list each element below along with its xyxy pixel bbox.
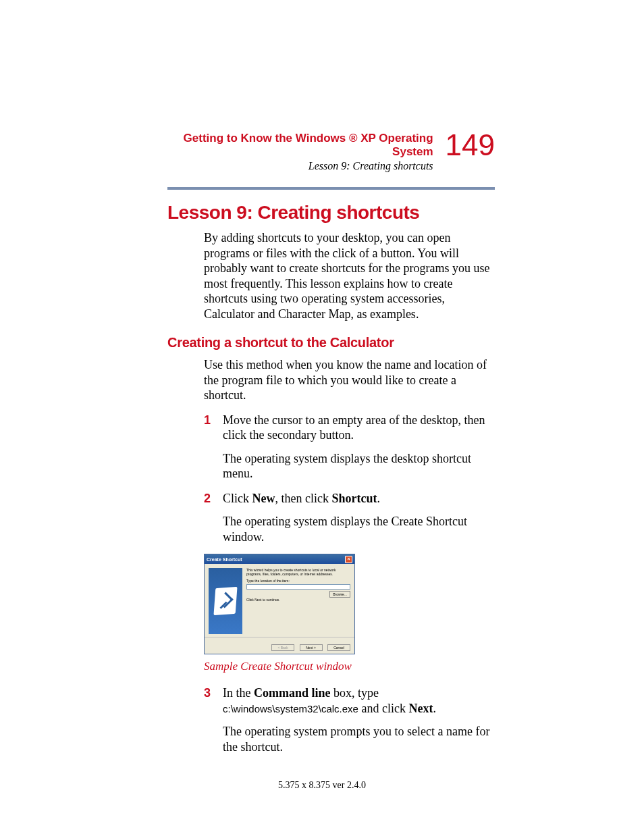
t: .: [433, 702, 436, 715]
header-rule: [167, 187, 495, 190]
heading-1: Lesson 9: Creating shortcuts: [167, 202, 495, 224]
dialog-right: This wizard helps you to create shortcut…: [242, 568, 350, 634]
t: , then click: [275, 492, 332, 505]
code: c:\windows\system32\calc.exe: [223, 703, 358, 714]
step-1-text: Move the cursor to an empty area of the …: [223, 413, 495, 443]
browse-button[interactable]: Browse...: [329, 591, 350, 598]
step-3-text: In the Command line box, type c:\windows…: [223, 685, 495, 716]
back-button: < Back: [271, 644, 294, 651]
step-number: 2: [204, 491, 223, 506]
dialog-hint: Click Next to continue.: [246, 598, 350, 602]
running-title: Getting to Know the Windows ® XP Operati…: [167, 132, 433, 159]
figure-caption: Sample Create Shortcut window: [204, 660, 495, 673]
shortcut-arrow-icon: [213, 587, 237, 615]
t: Click: [223, 492, 252, 505]
bold: Command line: [254, 686, 331, 700]
dialog-button-row: < Back Next > Cancel: [205, 637, 354, 654]
dialog-titlebar: Create Shortcut ×: [205, 554, 354, 564]
dialog-title: Create Shortcut: [207, 557, 242, 562]
bold: New: [252, 492, 275, 505]
dialog-desc: This wizard helps you to create shortcut…: [246, 568, 350, 576]
create-shortcut-dialog: Create Shortcut × This wizard helps you …: [204, 554, 355, 654]
intro-paragraph: By adding shortcuts to your desktop, you…: [204, 230, 495, 321]
t: and click: [358, 702, 408, 715]
t: box, type: [331, 686, 379, 700]
step-number: 3: [204, 685, 223, 716]
bold: Shortcut: [331, 492, 377, 505]
step-3-sub: The operating system prompts you to sele…: [223, 724, 495, 754]
heading-2: Creating a shortcut to the Calculator: [167, 335, 495, 350]
page-footer: 5.375 x 8.375 ver 2.4.0: [0, 780, 644, 791]
running-subtitle: Lesson 9: Creating shortcuts: [167, 160, 433, 172]
next-button[interactable]: Next >: [300, 644, 323, 651]
cancel-button[interactable]: Cancel: [327, 644, 350, 651]
dialog-label: Type the location of the item:: [246, 579, 350, 583]
t: .: [377, 492, 380, 505]
paragraph-2: Use this method when you know the name a…: [204, 357, 495, 403]
dialog-side-graphic: [209, 568, 242, 634]
page-number: 149: [446, 130, 495, 160]
page-content: Getting to Know the Windows ® XP Operati…: [167, 132, 495, 754]
dialog-body: This wizard helps you to create shortcut…: [205, 564, 354, 637]
page-header: Getting to Know the Windows ® XP Operati…: [167, 132, 495, 172]
step-1-sub: The operating system displays the deskto…: [223, 451, 495, 481]
step-3: 3 In the Command line box, type c:\windo…: [204, 685, 495, 716]
step-2-sub: The operating system displays the Create…: [223, 514, 495, 544]
t: In the: [223, 686, 254, 700]
step-number: 1: [204, 413, 223, 443]
header-text-block: Getting to Know the Windows ® XP Operati…: [167, 132, 433, 172]
step-2-text: Click New, then click Shortcut.: [223, 491, 495, 506]
bold: Next: [408, 702, 433, 715]
location-input[interactable]: [246, 584, 350, 590]
step-1: 1 Move the cursor to an empty area of th…: [204, 413, 495, 443]
close-icon[interactable]: ×: [345, 556, 352, 563]
step-2: 2 Click New, then click Shortcut.: [204, 491, 495, 506]
